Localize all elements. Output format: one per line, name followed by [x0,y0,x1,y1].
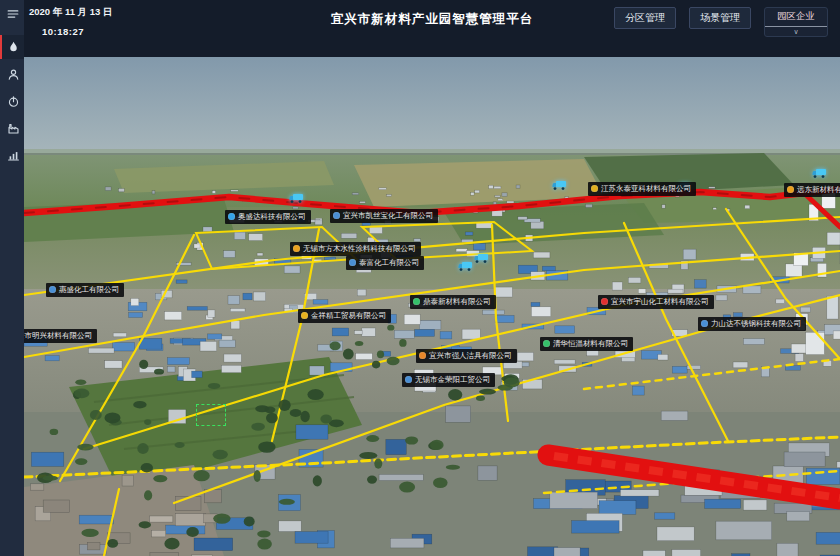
company-label[interactable]: 江苏永泰亚科材料有限公司 [588,182,696,196]
company-label-text: 泰富化工有限公司 [359,259,419,267]
company-marker-icon [701,320,708,327]
company-label[interactable]: 宜兴市凯丝宝化工有限公司 [330,209,438,223]
company-label-text: 江苏永泰亚科材料有限公司 [601,185,691,193]
company-label[interactable]: 鼎泰新材料有限公司 [410,295,496,309]
company-label[interactable]: 泰富化工有限公司 [346,256,424,270]
company-marker-icon [228,213,235,220]
company-marker-icon [293,245,300,252]
company-label[interactable]: 清华恒温材料有限公司 [540,337,633,351]
company-label-text: 无锡市金荣阳工贸公司 [415,376,490,384]
company-label-text: 鼎泰新材料有限公司 [423,298,491,306]
company-label[interactable]: 无锡市金荣阳工贸公司 [402,373,495,387]
company-label-text: 清华恒温材料有限公司 [553,340,628,348]
company-label[interactable]: 无锡市方木水性涂料科技有限公司 [290,242,421,256]
company-label-text: 金祥精工贸易有限公司 [311,312,386,320]
company-label-text: 兴市明兴材料有限公司 [24,332,92,340]
sidebar [0,0,24,556]
map-viewport[interactable]: 奥盛达科技有限公司宜兴市凯丝宝化工有限公司无锡市方木水性涂料科技有限公司泰富化工… [24,57,840,556]
company-label[interactable]: 金祥精工贸易有限公司 [298,309,391,323]
company-marker-icon [419,352,426,359]
company-marker-icon [49,286,56,293]
company-label-text: 宜兴市强人洁具有限公司 [429,352,512,360]
power-monitor-icon[interactable] [0,89,24,113]
statistics-icon[interactable] [0,143,24,167]
chevron-down-icon: ∨ [765,27,827,36]
company-marker-icon [601,298,608,305]
company-label[interactable]: 宜兴市强人洁具有限公司 [416,349,517,363]
personnel-icon[interactable] [0,62,24,86]
vehicle-marker-icon[interactable] [474,250,489,268]
company-label-text: 奥盛达科技有限公司 [238,213,306,221]
factory-icon[interactable] [0,116,24,140]
company-label-text: 远东新材料有限公司 [797,186,840,194]
vehicle-marker-icon[interactable] [552,177,567,195]
vehicle-marker-icon[interactable] [812,165,827,183]
zone-management-button[interactable]: 分区管理 [614,7,676,29]
company-label-text: 无锡市方木水性涂料科技有限公司 [303,245,416,253]
company-label[interactable]: 远东新材料有限公司 [784,183,840,197]
company-marker-icon [543,340,550,347]
company-label-text: 力山达不锈钢科技有限公司 [711,320,801,328]
enterprise-dropdown-label: 园区企业 [765,10,827,27]
company-marker-icon [349,259,356,266]
company-marker-icon [333,212,340,219]
company-label[interactable]: 惠盛化工有限公司 [46,283,124,297]
selection-box[interactable] [196,404,226,426]
top-bar: 2020 年 11 月 13 日 10:18:27 宜兴市新材料产业园智慧管理平… [24,0,840,57]
company-label-text: 惠盛化工有限公司 [59,286,119,294]
company-marker-icon [301,312,308,319]
company-marker-icon [405,376,412,383]
company-label[interactable]: 宜兴市宇山化工材料有限公司 [598,295,714,309]
company-label[interactable]: 奥盛达科技有限公司 [225,210,311,224]
company-label-text: 宜兴市宇山化工材料有限公司 [611,298,709,306]
company-marker-icon [787,186,794,193]
scene-management-button[interactable]: 场景管理 [689,7,751,29]
fire-monitor-icon[interactable] [0,35,24,59]
company-marker-icon [591,185,598,192]
header-actions: 分区管理场景管理 园区企业 ∨ [614,7,828,37]
company-label[interactable]: 兴市明兴材料有限公司 [24,329,97,343]
company-label-text: 宜兴市凯丝宝化工有限公司 [343,212,433,220]
company-label[interactable]: 力山达不锈钢科技有限公司 [698,317,806,331]
enterprise-dropdown[interactable]: 园区企业 ∨ [764,7,828,37]
vehicle-marker-icon[interactable] [289,190,304,208]
app-window: 2020 年 11 月 13 日 10:18:27 宜兴市新材料产业园智慧管理平… [0,0,840,556]
menu-icon[interactable] [0,2,24,26]
company-marker-icon [413,298,420,305]
vehicle-marker-icon[interactable] [458,258,473,276]
